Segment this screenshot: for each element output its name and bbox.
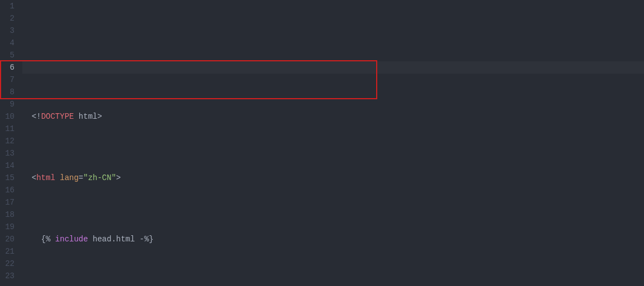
line-number: 18: [0, 209, 15, 221]
line-number: 3: [0, 25, 15, 37]
code-editor[interactable]: 1 2 3 4 5 6 7 8 9 10 11 12 13 14 15 16 1…: [0, 0, 644, 286]
current-line-highlight: [22, 61, 644, 74]
line-number: 23: [0, 270, 15, 282]
code-line[interactable]: {% include head.html -%}: [22, 233, 644, 245]
code-line[interactable]: <!DOCTYPE html>: [22, 110, 644, 123]
line-number: 2: [0, 12, 15, 25]
line-number: 21: [0, 245, 15, 258]
line-number: 1: [0, 0, 15, 12]
line-number: 9: [0, 98, 15, 110]
line-number: 12: [0, 135, 15, 147]
line-number: 20: [0, 233, 15, 245]
line-number: 5: [0, 49, 15, 61]
line-number: 11: [0, 123, 15, 135]
code-area[interactable]: <!DOCTYPE html> <html lang="zh-CN"> {% i…: [22, 0, 644, 286]
line-number: 13: [0, 147, 15, 159]
line-number: 10: [0, 110, 15, 123]
line-number-gutter: 1 2 3 4 5 6 7 8 9 10 11 12 13 14 15 16 1…: [0, 0, 22, 286]
line-number: 19: [0, 221, 15, 233]
line-number: 7: [0, 74, 15, 86]
line-number: 4: [0, 37, 15, 49]
line-number: 22: [0, 258, 15, 270]
code-line[interactable]: <html lang="zh-CN">: [22, 172, 644, 184]
line-number: 8: [0, 86, 15, 98]
line-number: 17: [0, 196, 15, 209]
line-number: 16: [0, 184, 15, 196]
line-number: 6: [0, 61, 15, 74]
line-number: 15: [0, 172, 15, 184]
line-number: 14: [0, 159, 15, 172]
